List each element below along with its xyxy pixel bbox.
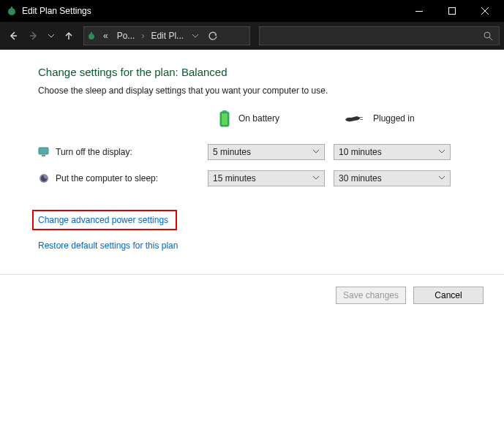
- column-headers: On battery Plugged in: [38, 109, 472, 128]
- svg-rect-10: [91, 32, 92, 35]
- breadcrumb-seg-1[interactable]: Po...: [113, 27, 140, 45]
- search-icon: [484, 31, 493, 41]
- chevron-down-icon: [438, 173, 445, 183]
- forward-button[interactable]: [25, 26, 42, 46]
- sleep-battery-value: 15 minutes: [213, 173, 256, 183]
- display-plugged-value: 10 minutes: [339, 147, 382, 157]
- restore-defaults-link[interactable]: Restore default settings for this plan: [38, 240, 178, 251]
- plug-icon: [344, 113, 366, 124]
- row-display-text: Turn off the display:: [56, 147, 132, 157]
- sleep-plugged-select[interactable]: 30 minutes: [334, 170, 451, 186]
- row-display: Turn off the display: 5 minutes 10 minut…: [38, 144, 472, 160]
- sleep-battery-select[interactable]: 15 minutes: [208, 170, 325, 186]
- breadcrumb-sep-icon: ›: [139, 31, 146, 41]
- maximize-button[interactable]: [435, 0, 468, 22]
- address-icon: [84, 31, 99, 41]
- svg-rect-2: [415, 11, 423, 12]
- up-button[interactable]: [60, 26, 78, 46]
- back-button[interactable]: [4, 26, 22, 46]
- sleep-plugged-value: 30 minutes: [339, 173, 382, 183]
- breadcrumb-prefix[interactable]: «: [99, 27, 113, 45]
- svg-rect-18: [39, 148, 48, 154]
- svg-rect-17: [360, 119, 363, 120]
- close-button[interactable]: [468, 0, 501, 22]
- svg-line-12: [489, 37, 492, 40]
- content-area: Change settings for the plan: Balanced C…: [0, 50, 504, 270]
- search-input[interactable]: [259, 26, 500, 45]
- save-button[interactable]: Save changes: [336, 287, 406, 304]
- row-sleep-text: Put the computer to sleep:: [56, 173, 158, 183]
- col-header-battery: On battery: [218, 109, 335, 128]
- advanced-settings-link[interactable]: Change advanced power settings: [38, 215, 168, 225]
- highlight-box: Change advanced power settings: [32, 210, 177, 230]
- row-display-label: Turn off the display:: [38, 146, 199, 158]
- svg-rect-1: [11, 7, 12, 10]
- chevron-down-icon: [312, 147, 320, 157]
- cancel-button[interactable]: Cancel: [413, 287, 484, 304]
- cancel-button-label: Cancel: [435, 290, 462, 300]
- window-controls: [402, 0, 501, 22]
- display-plugged-select[interactable]: 10 minutes: [334, 144, 451, 160]
- refresh-button[interactable]: [203, 31, 223, 41]
- row-sleep-label: Put the computer to sleep:: [38, 173, 199, 184]
- svg-rect-16: [360, 117, 363, 118]
- links-section: Change advanced power settings Restore d…: [38, 210, 472, 262]
- history-dropdown[interactable]: [45, 26, 57, 46]
- battery-icon: [218, 109, 231, 128]
- page-subtext: Choose the sleep and display settings th…: [38, 86, 472, 96]
- page-heading: Change settings for the plan: Balanced: [38, 66, 472, 78]
- window-title: Edit Plan Settings: [22, 6, 402, 16]
- sleep-icon: [38, 173, 50, 184]
- display-battery-select[interactable]: 5 minutes: [208, 144, 325, 160]
- display-battery-value: 5 minutes: [213, 147, 251, 157]
- address-dropdown-icon[interactable]: [188, 32, 203, 39]
- titlebar: Edit Plan Settings: [0, 0, 504, 22]
- display-icon: [38, 146, 50, 158]
- col-header-plugged-label: Plugged in: [373, 113, 415, 124]
- svg-point-11: [484, 32, 490, 38]
- minimize-button[interactable]: [402, 0, 435, 22]
- svg-rect-19: [42, 155, 45, 156]
- col-header-battery-label: On battery: [238, 113, 279, 124]
- breadcrumb-seg-2[interactable]: Edit Pl...: [146, 27, 188, 45]
- address-bar[interactable]: « Po... › Edit Pl...: [83, 26, 250, 45]
- col-header-plugged: Plugged in: [344, 113, 461, 124]
- button-row: Save changes Cancel: [0, 274, 504, 316]
- app-icon: [6, 5, 18, 17]
- chevron-down-icon: [438, 147, 445, 157]
- navbar: « Po... › Edit Pl...: [0, 22, 504, 50]
- save-button-label: Save changes: [343, 290, 399, 300]
- chevron-down-icon: [312, 173, 320, 183]
- svg-rect-3: [448, 8, 455, 15]
- svg-rect-15: [222, 113, 227, 125]
- row-sleep: Put the computer to sleep: 15 minutes 30…: [38, 170, 472, 186]
